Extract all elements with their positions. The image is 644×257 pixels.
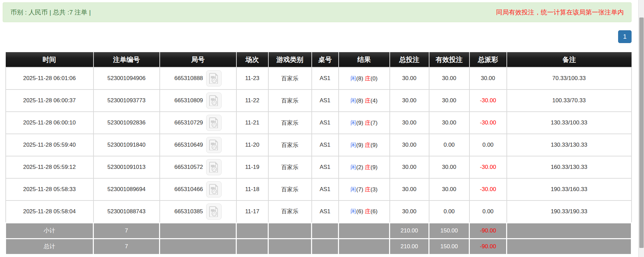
- cell-table-no: AS1: [312, 178, 339, 200]
- round-id-text: 665310888: [174, 75, 203, 82]
- result-banker-score: (4): [371, 98, 378, 104]
- result-banker-label: 庄: [365, 186, 371, 193]
- table-row: 2025-11-28 05:59:40 523001091840 6653106…: [6, 134, 632, 156]
- cell-result: 闲(8) 庄(4): [339, 89, 390, 112]
- cell-payout: -30.00: [469, 112, 507, 134]
- result-player-score: (9): [356, 142, 363, 148]
- video-file-icon: [209, 206, 219, 217]
- video-replay-button[interactable]: [206, 137, 222, 153]
- table-summary: 小计 7 210.00 150.00 -90.00 总计 7 210.: [6, 223, 632, 254]
- cell-payout: -30.00: [469, 89, 507, 112]
- result-banker-label: 庄: [365, 208, 371, 215]
- video-file-icon: [209, 95, 219, 106]
- col-header-table-no: 桌号: [312, 52, 339, 67]
- cell-total-bet[interactable]: 30.00: [390, 134, 429, 156]
- scrollbar-thumb[interactable]: [639, 17, 644, 248]
- result-banker-label: 庄: [365, 142, 371, 148]
- cell-round-id: 665310649: [160, 134, 236, 156]
- cell-game-type: 百家乐: [268, 156, 312, 178]
- video-replay-button[interactable]: [206, 93, 222, 109]
- cell-bet-id: 523001089694: [93, 178, 160, 200]
- cell-round-id: 665310466: [160, 178, 236, 200]
- cell-table-no: AS1: [312, 156, 339, 178]
- cell-bet-id: 523001093773: [93, 89, 160, 112]
- video-file-icon: [209, 140, 219, 150]
- col-header-game-type: 游戏类别: [268, 52, 312, 67]
- cell-total-bet[interactable]: 30.00: [390, 178, 429, 200]
- result-banker-score: (0): [371, 75, 378, 82]
- cell-bet-id: 523001091840: [93, 134, 160, 156]
- subtotal-row: 小计 7 210.00 150.00 -90.00: [6, 223, 632, 238]
- cell-total-bet[interactable]: 30.00: [390, 156, 429, 178]
- summary-alert-bar: 币别 : 人民币 | 总共 :7 注单 | 同局有效投注，统一计算在该局第一张注…: [3, 2, 632, 22]
- total-row: 总计 7 210.00 150.00 -90.00: [6, 238, 632, 254]
- vertical-scrollbar[interactable]: [638, 0, 644, 257]
- cell-payout: 0.00: [469, 200, 507, 223]
- cell-remark: 100.33/70.33: [507, 89, 632, 112]
- cell-game-type: 百家乐: [268, 112, 312, 134]
- total-valid-bet: 150.00: [429, 238, 469, 254]
- cell-table-no: AS1: [312, 134, 339, 156]
- result-player-label: 闲: [350, 98, 356, 104]
- cell-time: 2025-11-28 05:58:33: [6, 178, 93, 200]
- video-replay-button[interactable]: [206, 159, 222, 175]
- cell-remark: 160.33/130.33: [507, 156, 632, 178]
- cell-table-no: AS1: [312, 67, 339, 89]
- cell-game-type: 百家乐: [268, 89, 312, 112]
- subtotal-count: 7: [93, 223, 160, 238]
- total-total-bet: 210.00: [390, 238, 429, 254]
- table-row: 2025-11-28 06:00:37 523001093773 6653108…: [6, 89, 632, 112]
- cell-valid-bet: 30.00: [429, 89, 469, 112]
- result-player-score: (8): [356, 98, 363, 104]
- col-header-remark: 备注: [507, 52, 632, 67]
- round-id-text: 665310466: [174, 186, 203, 193]
- cell-time: 2025-11-28 06:00:37: [6, 89, 93, 112]
- cell-table-no: AS1: [312, 200, 339, 223]
- cell-game-type: 百家乐: [268, 200, 312, 223]
- cell-result: 闲(8) 庄(0): [339, 67, 390, 89]
- cell-session: 11-20: [236, 134, 268, 156]
- col-header-result: 结果: [339, 52, 390, 67]
- video-replay-button[interactable]: [206, 115, 222, 131]
- cell-round-id: 665310385: [160, 200, 236, 223]
- result-banker-score: (7): [371, 120, 378, 126]
- cell-table-no: AS1: [312, 112, 339, 134]
- cell-valid-bet: 30.00: [429, 67, 469, 89]
- cell-game-type: 百家乐: [268, 67, 312, 89]
- cell-result: 闲(7) 庄(3): [339, 178, 390, 200]
- video-replay-button[interactable]: [206, 204, 222, 220]
- cell-total-bet[interactable]: 30.00: [390, 67, 429, 89]
- cell-remark: 70.33/100.33: [507, 67, 632, 89]
- cell-time: 2025-11-28 06:00:10: [6, 112, 93, 134]
- video-replay-button[interactable]: [206, 181, 222, 197]
- cell-bet-id: 523001091013: [93, 156, 160, 178]
- bet-records-table: 时间 注单编号 局号 场次 游戏类别 桌号 结果 总投注 有效投注 总派彩 备注…: [5, 52, 632, 255]
- result-player-score: (9): [356, 120, 363, 126]
- video-file-icon: [209, 184, 219, 195]
- cell-table-no: AS1: [312, 89, 339, 112]
- cell-remark: 130.33/130.33: [507, 134, 632, 156]
- cell-bet-id: 523001092836: [93, 112, 160, 134]
- result-player-label: 闲: [350, 75, 356, 82]
- result-player-score: (7): [356, 186, 363, 193]
- page-1-button[interactable]: 1: [618, 30, 632, 43]
- cell-session: 11-22: [236, 89, 268, 112]
- cell-valid-bet: 30.00: [429, 112, 469, 134]
- result-banker-score: (3): [371, 186, 378, 193]
- video-replay-button[interactable]: [206, 70, 222, 86]
- col-header-round-id: 局号: [160, 52, 236, 67]
- table-row: 2025-11-28 06:01:06 523001094906 6653108…: [6, 67, 632, 89]
- round-id-text: 665310809: [174, 97, 203, 104]
- col-header-total-bet: 总投注: [390, 52, 429, 67]
- cell-total-bet[interactable]: 30.00: [390, 112, 429, 134]
- cell-remark: 190.33/190.33: [507, 200, 632, 223]
- result-banker-label: 庄: [365, 98, 371, 104]
- bet-records-table-wrap: 时间 注单编号 局号 场次 游戏类别 桌号 结果 总投注 有效投注 总派彩 备注…: [5, 52, 631, 255]
- cell-total-bet[interactable]: 30.00: [390, 89, 429, 112]
- cell-payout: -30.00: [469, 156, 507, 178]
- cell-total-bet[interactable]: 30.00: [390, 200, 429, 223]
- cell-remark: 130.33/100.33: [507, 112, 632, 134]
- col-header-valid-bet: 有效投注: [429, 52, 469, 67]
- col-header-time: 时间: [6, 52, 93, 67]
- round-id-text: 665310729: [174, 119, 203, 126]
